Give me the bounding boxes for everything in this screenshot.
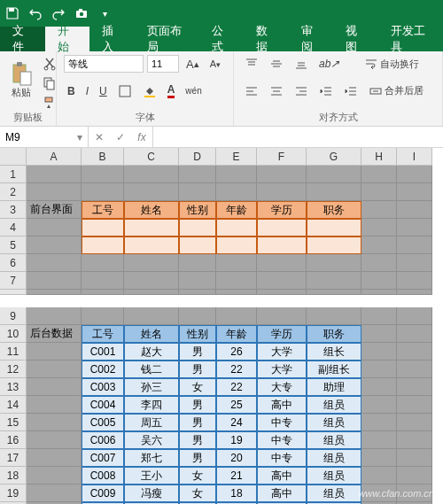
decrease-font-icon[interactable]: A▾ [206,57,224,71]
cell[interactable] [257,236,307,254]
cell[interactable]: 24 [216,414,257,431]
cell[interactable] [216,290,257,295]
cell[interactable] [307,183,361,201]
font-name-select[interactable] [64,55,144,73]
cell[interactable] [124,236,179,254]
cell[interactable] [82,236,124,254]
row-header[interactable]: 14 [0,396,27,414]
row-header[interactable]: 10 [0,325,27,343]
cell[interactable]: 组员 [307,449,361,467]
row-header[interactable]: 4 [0,219,27,236]
cell[interactable]: 中专 [257,449,307,467]
cell[interactable]: 冯瘦 [124,485,179,502]
row-header[interactable] [0,290,27,295]
formula-bar[interactable] [153,127,443,147]
cell[interactable] [361,343,397,361]
increase-font-icon[interactable]: A▴ [183,56,203,73]
cell[interactable]: C008 [82,467,124,485]
cell[interactable]: 男 [179,361,216,378]
cell[interactable]: C005 [82,414,124,431]
cell[interactable]: 组员 [307,396,361,414]
italic-button[interactable]: I [82,83,92,99]
cell[interactable] [361,201,397,219]
row-header[interactable]: 13 [0,378,27,396]
cell[interactable]: 后台数据 [27,325,82,343]
cell[interactable]: 大学 [257,361,307,378]
cell[interactable]: C004 [82,396,124,414]
tab-view[interactable]: 视图 [333,27,378,51]
cell[interactable] [307,290,361,295]
tab-home[interactable]: 开始 [45,27,90,51]
cell[interactable] [82,272,124,290]
cell[interactable] [27,183,82,201]
cell[interactable] [82,307,124,325]
cell[interactable]: 19 [216,431,257,449]
cell[interactable]: 职务 [307,325,361,343]
row-header[interactable]: 15 [0,414,27,431]
cell[interactable]: C006 [82,431,124,449]
cell[interactable] [82,290,124,295]
cell[interactable] [27,449,82,467]
cell[interactable] [397,414,432,431]
cell[interactable] [82,183,124,201]
cell[interactable] [257,254,307,272]
cell[interactable]: 钱二 [124,361,179,378]
cell[interactable]: 22 [216,378,257,396]
cell[interactable] [27,272,82,290]
cell[interactable] [179,236,216,254]
cell[interactable]: 周五 [124,414,179,431]
cell[interactable] [27,378,82,396]
cell[interactable] [82,166,124,183]
cell[interactable]: 高中 [257,485,307,502]
cell[interactable]: 年龄 [216,325,257,343]
cell[interactable] [27,485,82,502]
cell[interactable] [361,361,397,378]
cell[interactable]: 20 [216,449,257,467]
row-header[interactable]: 5 [0,236,27,254]
cell[interactable]: 吴六 [124,431,179,449]
cell[interactable] [179,183,216,201]
cell[interactable] [307,307,361,325]
cell[interactable]: 高中 [257,396,307,414]
cell[interactable] [179,272,216,290]
cell[interactable] [397,343,432,361]
cell[interactable]: 男 [179,396,216,414]
row-header[interactable]: 3 [0,201,27,219]
cell[interactable] [179,307,216,325]
cell[interactable] [307,254,361,272]
cell[interactable] [27,361,82,378]
cell[interactable]: C002 [82,361,124,378]
cell[interactable]: 女 [179,485,216,502]
cell[interactable] [124,166,179,183]
cell[interactable] [216,272,257,290]
paste-button[interactable]: 粘贴 [7,55,35,105]
column-header[interactable]: F [257,148,307,166]
row-header[interactable]: 17 [0,449,27,467]
phonetic-icon[interactable]: wén [182,84,205,97]
cell[interactable] [361,449,397,467]
align-center-icon[interactable] [266,82,287,100]
tab-developer[interactable]: 开发工具 [378,27,443,51]
cell[interactable] [397,307,432,325]
undo-icon[interactable] [28,6,43,20]
tab-data[interactable]: 数据 [244,27,289,51]
cell[interactable] [397,467,432,485]
column-header[interactable]: D [179,148,216,166]
cell[interactable] [179,290,216,295]
row-header[interactable]: 6 [0,254,27,272]
fill-color-icon[interactable] [139,82,160,100]
cell[interactable]: 26 [216,343,257,361]
row-header[interactable]: 2 [0,183,27,201]
cell[interactable]: 副组长 [307,361,361,378]
cell[interactable] [307,272,361,290]
save-icon[interactable] [5,6,19,20]
cell[interactable] [216,166,257,183]
cell[interactable] [82,254,124,272]
cell[interactable] [361,290,397,295]
cell[interactable] [397,219,432,236]
column-header[interactable]: B [82,148,124,166]
cell[interactable]: C007 [82,449,124,467]
cell[interactable] [361,307,397,325]
cell[interactable] [397,361,432,378]
cell[interactable] [179,166,216,183]
